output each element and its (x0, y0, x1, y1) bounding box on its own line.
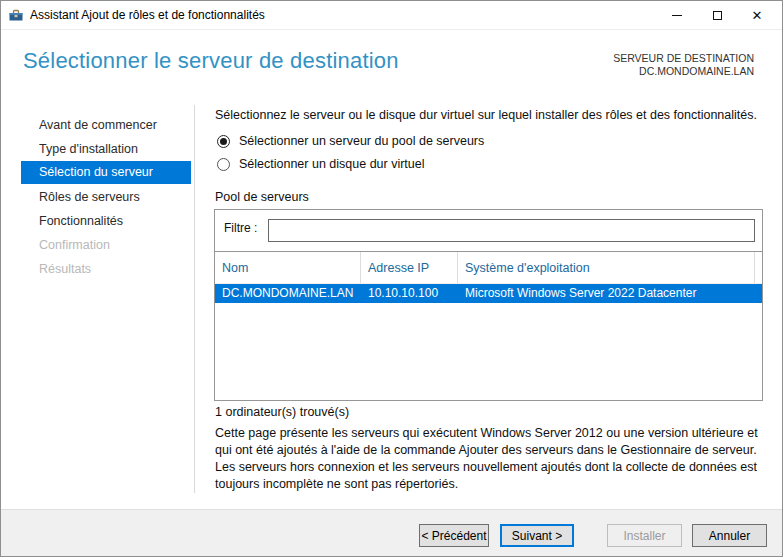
computers-found-count: 1 ordinateur(s) trouvé(s) (215, 405, 349, 419)
filter-label: Filtre : (224, 221, 257, 235)
footer-bar: < Précédent Suivant > Installer Annuler (1, 509, 782, 556)
close-icon: ✕ (752, 9, 763, 22)
sidebar-item-confirmation: Confirmation (1, 234, 194, 257)
radio-select-server-pool[interactable]: Sélectionner un serveur du pool de serve… (217, 134, 484, 148)
column-header-name[interactable]: Nom (215, 252, 361, 283)
titlebar: Assistant Ajout de rôles et de fonctionn… (1, 1, 782, 30)
previous-button[interactable]: < Précédent (419, 524, 489, 547)
maximize-button[interactable] (697, 1, 737, 30)
wizard-window: Assistant Ajout de rôles et de fonctionn… (0, 0, 783, 557)
sidebar-item-results: Résultats (1, 258, 194, 281)
sidebar-item-before-you-begin[interactable]: Avant de commencer (1, 114, 194, 137)
server-row-selected[interactable]: DC.MONDOMAINE.LAN 10.10.10.100 Microsoft… (215, 284, 762, 303)
server-os-cell: Microsoft Windows Server 2022 Datacenter (458, 284, 755, 303)
destination-server-label: SERVEUR DE DESTINATION (613, 52, 754, 65)
page-title: Sélectionner le serveur de destination (23, 48, 399, 74)
radio-select-vhd[interactable]: Sélectionner un disque dur virtuel (217, 157, 425, 171)
server-pool-title: Pool de serveurs (215, 190, 309, 204)
destination-server-block: SERVEUR DE DESTINATION DC.MONDOMAINE.LAN (613, 52, 754, 78)
sidebar-item-installation-type[interactable]: Type d'installation (1, 138, 194, 161)
sidebar-item-server-selection[interactable]: Sélection du serveur (21, 161, 191, 184)
window-title: Assistant Ajout de rôles et de fonctionn… (30, 8, 265, 22)
column-header-ip[interactable]: Adresse IP (361, 252, 458, 283)
sidebar-item-server-roles[interactable]: Rôles de serveurs (1, 186, 194, 209)
server-ip-cell: 10.10.10.100 (361, 284, 458, 303)
next-button[interactable]: Suivant > (500, 524, 574, 547)
radio-button-icon-unchecked (217, 158, 230, 171)
minimize-icon (672, 15, 682, 16)
server-pool-panel: Filtre : Nom Adresse IP Système d'exploi… (214, 209, 763, 401)
install-button[interactable]: Installer (607, 524, 682, 547)
column-header-spacer (755, 252, 762, 283)
radio-button-icon-checked (217, 135, 230, 148)
page-description: Sélectionnez le serveur ou le disque dur… (215, 108, 763, 122)
server-table: Nom Adresse IP Système d'exploitation DC… (215, 251, 762, 400)
minimize-button[interactable] (657, 1, 697, 30)
maximize-icon (713, 11, 722, 20)
cancel-button[interactable]: Annuler (692, 524, 767, 547)
column-header-os[interactable]: Système d'exploitation (458, 252, 755, 283)
close-button[interactable]: ✕ (737, 1, 777, 30)
page-note: Cette page présente les serveurs qui exé… (215, 425, 767, 493)
radio-select-server-pool-label: Sélectionner un serveur du pool de serve… (239, 134, 484, 148)
destination-server-value: DC.MONDOMAINE.LAN (613, 65, 754, 78)
sidebar-divider (194, 105, 195, 493)
sidebar-item-features[interactable]: Fonctionnalités (1, 210, 194, 233)
server-name-cell: DC.MONDOMAINE.LAN (215, 284, 361, 303)
wizard-toolbox-icon (9, 8, 23, 22)
filter-input[interactable] (268, 219, 755, 242)
radio-select-vhd-label: Sélectionner un disque dur virtuel (239, 157, 425, 171)
server-table-header: Nom Adresse IP Système d'exploitation (215, 252, 762, 284)
